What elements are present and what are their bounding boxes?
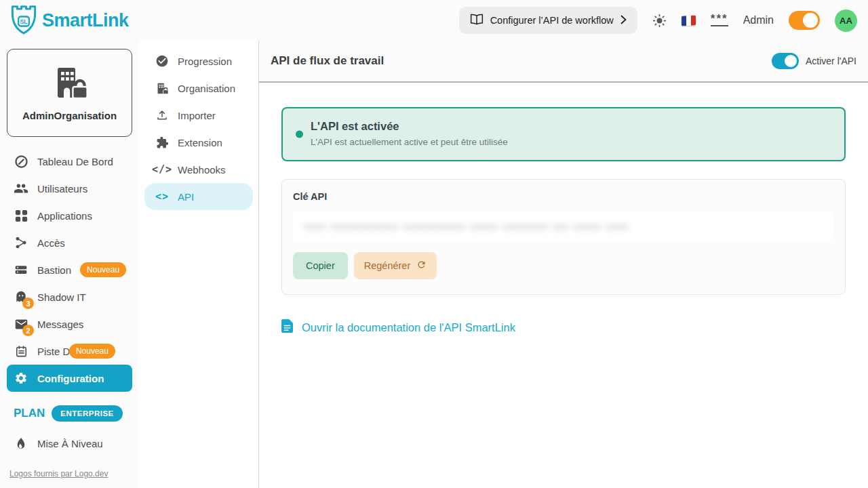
top-bar-actions: Configurer l’API de workflow *** Admin <box>459 7 857 34</box>
gauge-icon <box>14 154 28 169</box>
sidebar-item-label: Applications <box>37 210 92 222</box>
api-doc-link-label: Ouvrir la documentation de l'API SmartLi… <box>302 321 515 334</box>
document-icon <box>281 319 293 336</box>
ghost-icon: 3 <box>14 289 28 304</box>
building-lock-icon <box>51 65 89 103</box>
configure-workflow-api-button[interactable]: Configurer l’API de workflow <box>459 7 637 34</box>
sidebar-item-upgrade[interactable]: Mise À Niveau <box>0 430 139 457</box>
subnav-item-label: Organisation <box>178 83 235 94</box>
check-circle-icon <box>155 54 169 68</box>
sidebar-item-dashboard[interactable]: Tableau De Bord <box>0 148 139 175</box>
activate-api-toggle[interactable] <box>772 53 799 69</box>
book-icon <box>470 14 484 28</box>
sidebar-item-users[interactable]: Utilisateurs <box>0 175 139 202</box>
messages-count-badge: 2 <box>22 325 34 336</box>
regenerate-label: Regénérer <box>364 260 411 271</box>
code-slash-icon: </> <box>155 163 169 176</box>
theme-sun-icon[interactable] <box>652 14 667 28</box>
api-key-label: Clé API <box>293 191 834 202</box>
upgrade-label: Mise À Niveau <box>37 438 103 449</box>
sidebar-item-label: Tableau De Bord <box>37 156 113 167</box>
brand-logo[interactable]: SL SmartLink <box>9 3 129 37</box>
sidebar-item-messages[interactable]: 2 Messages <box>0 310 139 338</box>
sidebar-item-label: Configuration <box>37 373 104 384</box>
main-header: API de flux de travail Activer l'API <box>259 41 868 83</box>
configure-workflow-api-label: Configurer l’API de workflow <box>490 15 614 26</box>
masked-password-icon[interactable]: *** <box>711 14 728 26</box>
settings-subnav: Progression Organisation <box>139 41 259 488</box>
puzzle-icon <box>155 136 169 149</box>
users-icon <box>14 181 28 196</box>
calendar-icon <box>14 344 28 359</box>
sidebar-item-label: Accès <box>37 237 65 249</box>
sidebar-item-access[interactable]: Accès <box>0 229 139 256</box>
api-enabled-banner: L'API est activée L'API est actuellement… <box>281 107 846 161</box>
subnav-item-import[interactable]: Importer <box>139 102 258 129</box>
api-key-actions: Copier Regénérer <box>293 252 834 279</box>
subnav-item-label: Importer <box>178 110 216 121</box>
plan-row: PLAN ENTERPRISE <box>0 405 139 422</box>
admin-label: Admin <box>743 14 774 26</box>
app-root: SL SmartLink Configurer l’API de workflo… <box>0 0 868 488</box>
banner-title: L'API est activée <box>311 120 831 133</box>
sidebar-item-label: Shadow IT <box>37 291 86 303</box>
toggle-knob <box>785 55 797 67</box>
sidebar-item-bastion[interactable]: Bastion Nouveau <box>0 256 139 283</box>
subnav-item-progression[interactable]: Progression <box>139 47 258 75</box>
banner-subtitle: L'API est actuellement active et peut êt… <box>311 137 831 147</box>
organisation-card[interactable]: AdminOrganisation <box>7 49 132 137</box>
shield-logo-icon: SL <box>9 3 38 37</box>
organisation-name: AdminOrganisation <box>22 110 117 121</box>
sidebar-item-shadow-it[interactable]: 3 Shadow IT <box>0 283 139 310</box>
subnav-item-label: Progression <box>178 56 232 67</box>
share-icon <box>14 235 28 250</box>
admin-mode-toggle[interactable] <box>789 11 820 30</box>
nouveau-badge: Nouveau <box>80 262 126 277</box>
building-lock-small-icon <box>155 81 169 95</box>
sidebar-item-label: Bastion <box>37 264 71 276</box>
subnav-item-label: Webhooks <box>178 164 226 176</box>
sidebar-item-configuration[interactable]: Configuration <box>7 365 132 392</box>
chevron-right-icon <box>620 15 627 26</box>
refresh-icon <box>416 260 427 272</box>
top-bar: SL SmartLink Configurer l’API de workflo… <box>0 0 868 41</box>
subnav-item-organisation[interactable]: Organisation <box>139 75 258 102</box>
code-brackets-icon: <> <box>155 190 169 203</box>
envelope-icon: 2 <box>14 317 28 331</box>
grid-icon <box>14 208 28 223</box>
upload-icon <box>155 108 169 122</box>
sidebar: AdminOrganisation Tableau De Bord Utili <box>0 41 139 488</box>
nouveau-badge: Nouveau <box>69 344 115 359</box>
copy-button[interactable]: Copier <box>293 252 348 279</box>
gear-icon <box>14 371 28 386</box>
sidebar-item-label: Utilisateurs <box>37 183 87 195</box>
page-title: API de flux de travail <box>271 54 384 68</box>
activate-api-label: Activer l'API <box>806 56 856 66</box>
subnav-item-webhooks[interactable]: </> Webhooks <box>139 156 258 183</box>
api-key-card: Clé API xxxx xxxxxxxxxxxx xxxxxxxxxxx xx… <box>281 179 846 295</box>
plan-enterprise-badge[interactable]: ENTERPRISE <box>52 405 123 422</box>
main-content: L'API est activée L'API est actuellement… <box>259 83 868 360</box>
main-panel: API de flux de travail Activer l'API L'A… <box>259 41 868 488</box>
status-dot-icon <box>296 131 303 138</box>
brand-name: SmartLink <box>42 10 129 31</box>
logos-provider-link[interactable]: Logos fournis par Logo.dev <box>9 469 108 479</box>
toggle-knob <box>803 13 818 28</box>
api-doc-link[interactable]: Ouvrir la documentation de l'API SmartLi… <box>281 319 846 336</box>
flame-icon <box>14 436 28 451</box>
sidebar-item-applications[interactable]: Applications <box>0 202 139 229</box>
shield-logo-initials: SL <box>20 18 28 25</box>
subnav-item-api[interactable]: <> API <box>144 183 253 210</box>
sidebar-item-label: Messages <box>37 319 83 330</box>
subnav-item-extension[interactable]: Extension <box>139 129 258 156</box>
language-flag-icon[interactable] <box>682 16 696 26</box>
plan-label: PLAN <box>14 407 45 420</box>
server-icon <box>14 262 28 277</box>
avatar[interactable]: AA <box>835 9 857 32</box>
api-key-field[interactable]: xxxx xxxxxxxxxxxx xxxxxxxxxxx xxxxx xxxx… <box>293 211 834 241</box>
shadow-it-count-badge: 3 <box>22 298 34 309</box>
regenerate-button[interactable]: Regénérer <box>354 252 437 279</box>
subnav-item-label: Extension <box>178 137 222 148</box>
sidebar-nav: Tableau De Bord Utilisateurs Application… <box>0 148 139 392</box>
sidebar-item-audit-trail[interactable]: Piste D'au Nouveau <box>0 338 139 365</box>
